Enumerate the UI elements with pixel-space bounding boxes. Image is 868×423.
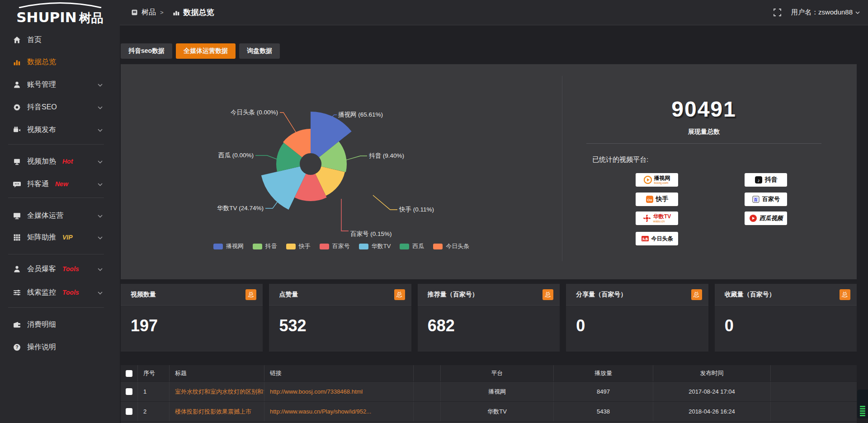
video-url-link[interactable]: http://www.boosj.com/7338468.html [264, 382, 414, 401]
douyin-logo-icon: ♪ [755, 176, 763, 184]
total-badge: 总 [245, 289, 256, 300]
legend-label: 西瓜 [412, 242, 424, 250]
sidebar-divider [8, 307, 104, 308]
stat-card-likes: 点赞量总 532 [269, 284, 411, 352]
total-badge: 总 [542, 289, 553, 300]
breadcrumb-page[interactable]: 数据总览 [184, 7, 214, 18]
sidebar-item-member-baoke[interactable]: 会员爆客 Tools [0, 259, 120, 279]
platform-badge-douyin: ♪ 抖音 [745, 173, 787, 187]
sidebar-item-help[interactable]: ? 操作说明 [0, 337, 120, 357]
video-title-link[interactable]: 室外水纹灯和室内水纹灯的区别和简介 [170, 382, 264, 401]
svg-text:百: 百 [754, 197, 758, 202]
screen-icon [13, 157, 21, 165]
stat-cards: 视频数量总 197 点赞量总 532 推荐量（百家号）总 682 分享量（百家号… [121, 284, 857, 352]
sidebar-item-clue-monitor[interactable]: 线索监控 Tools [0, 282, 120, 302]
sidebar-item-douyin-seo[interactable]: 抖音SEO [0, 97, 120, 117]
hot-badge: Hot [62, 158, 73, 165]
label-line [373, 195, 397, 210]
platform-badge-baijiahao: 百 百家号 [745, 193, 787, 206]
platform-badge-wasu: 华数TVwasu.cn [636, 212, 678, 225]
chevron-down-icon [98, 103, 103, 111]
wallet-icon [13, 320, 21, 329]
breadcrumb-app[interactable]: 树品 [142, 8, 156, 17]
video-camera-icon [13, 126, 21, 134]
slice-label: 播视网 (65.61%) [338, 111, 383, 118]
question-circle-icon: ? [13, 343, 21, 351]
legend-item-今日头条[interactable]: 今日头条 [433, 242, 469, 250]
sliders-icon [13, 288, 21, 296]
row-checkbox[interactable] [126, 388, 132, 395]
slice-label: 抖音 (9.40%) [369, 152, 404, 159]
slice-label: 西瓜 (0.00%) [218, 152, 254, 159]
sidebar-item-home[interactable]: 首页 [0, 30, 120, 50]
rose-pie-chart[interactable]: 播视网 (65.61%)抖音 (9.40%)快手 (0.11%)百家号 (0.1… [121, 64, 562, 263]
platforms-title: 已统计的视频平台: [592, 155, 840, 164]
legend-item-西瓜[interactable]: 西瓜 [400, 242, 424, 250]
stat-card-favorites: 收藏量（百家号）总 0 [715, 284, 857, 352]
stat-value: 0 [725, 316, 857, 335]
tab-inquiry-data[interactable]: 询盘数据 [239, 43, 280, 59]
sidebar-item-omnimedia[interactable]: 全媒体运营 [0, 206, 120, 226]
legend-label: 华数TV [372, 242, 391, 250]
sidebar-item-matrix-boost[interactable]: 矩阵助推 VIP [0, 227, 120, 247]
row-checkbox[interactable] [126, 408, 132, 415]
logo-arc [13, 2, 108, 8]
chevron-down-icon [98, 126, 103, 134]
slice-label: 今日头条 (0.00%) [231, 109, 278, 116]
label-line [341, 199, 349, 231]
table-header-row: 序号 标题 链接 平台 播放量 发布时间 [121, 365, 857, 381]
video-url-link[interactable]: http://www.wasu.cn/Play/show/id/952... [264, 402, 414, 421]
video-title-link[interactable]: 楼体投影灯投影效果震撼上市 [170, 402, 264, 421]
legend-item-抖音[interactable]: 抖音 [253, 242, 277, 250]
label-line [343, 156, 367, 161]
vip-badge: VIP [62, 234, 73, 241]
sidebar-divider [8, 197, 104, 198]
kuaishou-logo-icon: Oo [646, 195, 654, 203]
fullscreen-icon[interactable] [774, 9, 781, 16]
sidebar-item-accounts[interactable]: 账号管理 [0, 75, 120, 94]
tab-omnimedia-data[interactable]: 全媒体运营数据 [176, 43, 236, 59]
sidebar-item-video-publish[interactable]: 视频发布 [0, 120, 120, 140]
dashboard-root: SHUPIN 树品 首页 数据总览 账号管理 抖音SEO [0, 0, 868, 423]
legend-item-快手[interactable]: 快手 [286, 242, 311, 250]
chevron-down-icon [98, 80, 103, 89]
sidebar-item-data-overview[interactable]: 数据总览 [0, 52, 120, 72]
legend-item-播视网[interactable]: 播视网 [213, 242, 244, 250]
sidebar-item-spending-detail[interactable]: 消费明细 [0, 315, 120, 334]
total-impressions-value: 90491 [568, 97, 840, 122]
gear-icon [13, 103, 21, 111]
select-all-checkbox[interactable] [126, 370, 132, 377]
legend-swatch [359, 244, 368, 249]
app-logo: SHUPIN 树品 [0, 0, 120, 29]
tools-badge: Tools [62, 265, 79, 273]
legend-swatch [286, 244, 296, 249]
sidebar-item-video-heat[interactable]: 视频加热 Hot [0, 151, 120, 171]
sidebar-item-douketong[interactable]: 抖客通 New [0, 174, 120, 194]
svg-text:Oo: Oo [647, 198, 652, 202]
legend-item-百家号[interactable]: 百家号 [320, 242, 350, 250]
legend-label: 抖音 [265, 242, 277, 250]
legend-label: 今日头条 [446, 242, 469, 250]
legend-label: 快手 [299, 242, 311, 250]
platform-badge-xigua: 西瓜视频 [745, 212, 787, 225]
legend-swatch [433, 244, 443, 249]
summary-divider [586, 143, 821, 144]
edge-widget[interactable] [857, 390, 868, 418]
tools-badge: Tools [62, 289, 79, 296]
platform-badge-kuaishou: Oo 快手 [636, 193, 678, 206]
summary-block: 90491 展现量总数 已统计的视频平台: [568, 64, 840, 164]
legend-swatch [400, 244, 409, 249]
stat-card-recommends: 推荐量（百家号）总 682 [418, 284, 560, 352]
username-label: 用户名：zswodun88 [791, 8, 853, 17]
chevron-down-icon [98, 288, 103, 296]
legend-item-华数TV[interactable]: 华数TV [359, 242, 391, 250]
svg-text:头条: 头条 [642, 237, 648, 241]
chevron-down-icon [98, 180, 103, 188]
logo-text-en: SHUPIN [16, 9, 77, 25]
stat-value: 682 [428, 316, 560, 335]
slice-label: 快手 (0.11%) [399, 206, 434, 213]
tab-douyin-seo-data[interactable]: 抖音seo数据 [121, 43, 172, 59]
user-menu[interactable]: 用户名：zswodun88 [791, 8, 860, 17]
chevron-down-icon [98, 265, 103, 273]
new-badge: New [55, 180, 68, 188]
